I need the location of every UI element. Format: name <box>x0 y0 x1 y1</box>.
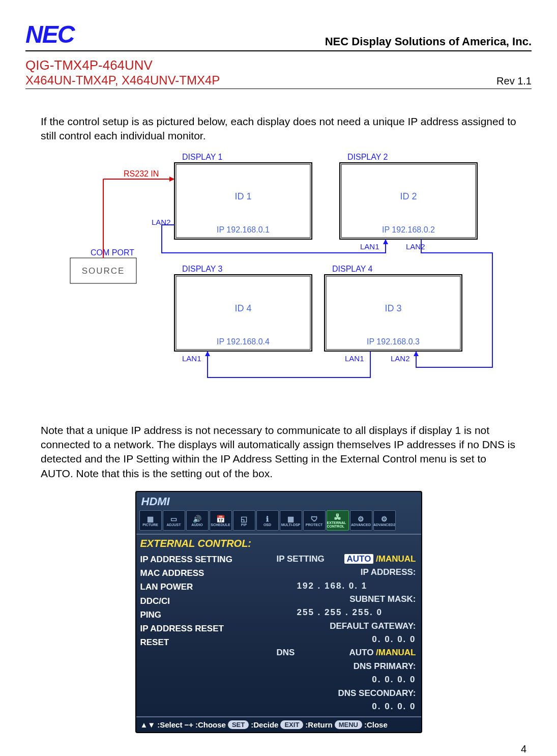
svg-marker-13 <box>414 351 419 356</box>
source-label: SOURCE <box>81 266 125 276</box>
osd-item-lan-power[interactable]: LAN POWER <box>140 580 268 594</box>
osd-item-ip-address-setting[interactable]: IP ADDRESS SETTING <box>140 553 268 566</box>
osd-menu: HDMI ▦PICTURE ▭ADJUST 🔊AUDIO 📅SCHEDULE ◱… <box>135 491 422 733</box>
osd-input-label: HDMI <box>136 492 421 509</box>
display1-title: DISPLAY 1 <box>182 154 223 161</box>
display2-id: ID 2 <box>400 191 417 201</box>
display3-lan1: LAN1 <box>182 354 201 363</box>
dns-label: DNS <box>277 646 295 659</box>
display2-lan1: LAN1 <box>360 242 379 251</box>
display2-title: DISPLAY 2 <box>347 154 388 161</box>
set-button[interactable]: SET <box>228 720 249 729</box>
osd-left-menu: IP ADDRESS SETTING MAC ADDRESS LAN POWER… <box>136 549 272 716</box>
osd-tab-advanced1[interactable]: ⚙ADVANCED <box>350 510 372 531</box>
osd-item-ping[interactable]: PING <box>140 608 268 622</box>
subnet-value: 255 . 255 . 255. 0 <box>277 606 416 619</box>
page-header: NEC NEC Display Solutions of America, In… <box>25 20 532 51</box>
ip-setting-manual[interactable]: MANUAL <box>378 554 416 564</box>
exit-button[interactable]: EXIT <box>280 720 303 729</box>
gateway-label: DEFAULT GATEWAY: <box>277 620 416 633</box>
menu-button[interactable]: MENU <box>335 720 362 729</box>
rs232-label: RS232 IN <box>124 169 159 178</box>
updown-icon: ▲▼ <box>140 720 156 729</box>
dns-primary-value: 0. 0. 0. 0 <box>277 673 416 686</box>
foot-decide: :Decide <box>251 720 278 729</box>
display2-lan2: LAN2 <box>406 242 425 251</box>
foot-choose: :Choose <box>195 720 226 729</box>
display3-title: DISPLAY 3 <box>182 265 223 273</box>
display4-id: ID 3 <box>385 303 401 313</box>
display1-ip: IP 192.168.0.1 <box>217 225 270 234</box>
ip-address-label: IP ADDRESS: <box>277 566 416 579</box>
osd-item-mac-address[interactable]: MAC ADDRESS <box>140 566 268 580</box>
foot-select: :Select <box>157 720 182 729</box>
display2-ip: IP 192.168.0.2 <box>382 225 435 234</box>
gateway-value: 0. 0. 0. 0 <box>277 633 416 646</box>
doc-subtitle: X464UN-TMX4P, X464UNV-TMX4P <box>25 73 220 88</box>
com-port-label: COM PORT <box>91 248 134 257</box>
page-number: 4 <box>25 743 532 755</box>
foot-close: :Close <box>364 720 388 729</box>
doc-subtitle-row: X464UN-TMX4P, X464UNV-TMX4P Rev 1.1 <box>25 73 532 89</box>
svg-marker-3 <box>169 177 174 182</box>
nec-logo: NEC <box>25 20 74 48</box>
subnet-label: SUBNET MASK: <box>277 593 416 606</box>
dns-manual[interactable]: MANUAL <box>378 648 416 657</box>
osd-tab-osd[interactable]: ℹOSD <box>256 510 279 531</box>
osd-tab-multidsp[interactable]: ▦MULTI-DSP <box>280 510 302 531</box>
osd-tab-pip[interactable]: ◱PIP <box>233 510 255 531</box>
dns-auto[interactable]: AUTO <box>349 648 374 657</box>
doc-title: QIG-TMX4P-464UNV <box>25 57 532 73</box>
osd-footer: ▲▼:Select −+:Choose SET:Decide EXIT:Retu… <box>136 716 421 732</box>
osd-tab-schedule[interactable]: 📅SCHEDULE <box>210 510 232 531</box>
osd-tab-picture[interactable]: ▦PICTURE <box>139 510 162 531</box>
display4-lan1: LAN1 <box>345 354 364 363</box>
osd-item-ip-address-reset[interactable]: IP ADDRESS RESET <box>140 622 268 635</box>
revision-label: Rev 1.1 <box>496 75 532 87</box>
ip-address-value: 192 . 168. 0. 1 <box>277 579 416 593</box>
connection-diagram: COM PORT SOURCE RS232 IN DISPLAY 1 ID 1 … <box>50 154 508 398</box>
paragraph-2: Note that a unique IP address is not nec… <box>41 423 516 481</box>
osd-tab-external-control[interactable]: 🖧EXTERNAL CONTROL <box>327 510 349 531</box>
svg-marker-12 <box>383 239 388 244</box>
display4-title: DISPLAY 4 <box>332 265 373 273</box>
osd-item-reset[interactable]: RESET <box>140 635 268 649</box>
dns-secondary-value: 0. 0. 0. 0 <box>277 700 416 713</box>
osd-right-panel: IP SETTING AUTO /MANUAL IP ADDRESS: 192 … <box>272 549 421 716</box>
osd-tab-audio[interactable]: 🔊AUDIO <box>186 510 209 531</box>
display1-id: ID 1 <box>234 191 251 201</box>
dns-secondary-label: DNS SECONDARY: <box>277 687 416 700</box>
svg-marker-14 <box>205 351 210 356</box>
ip-setting-auto[interactable]: AUTO <box>344 554 374 564</box>
display4-ip: IP 192.168.0.3 <box>367 337 420 346</box>
osd-item-ddc-ci[interactable]: DDC/CI <box>140 594 268 608</box>
display3-id: ID 4 <box>234 303 251 313</box>
osd-tab-protect[interactable]: 🛡PROTECT <box>303 510 326 531</box>
display4-lan2: LAN2 <box>391 354 410 363</box>
foot-return: :Return <box>305 720 332 729</box>
ip-setting-label: IP SETTING <box>277 553 325 566</box>
osd-tab-advanced2[interactable]: ⚙ADVANCED2 <box>373 510 396 531</box>
plusminus-icon: −+ <box>184 720 193 729</box>
company-name: NEC Display Solutions of America, Inc. <box>325 35 532 48</box>
osd-icon-row: ▦PICTURE ▭ADJUST 🔊AUDIO 📅SCHEDULE ◱PIP ℹ… <box>136 509 421 535</box>
dns-primary-label: DNS PRIMARY: <box>277 660 416 673</box>
osd-tab-adjust[interactable]: ▭ADJUST <box>163 510 185 531</box>
osd-section-title: EXTERNAL CONTROL: <box>136 535 421 549</box>
paragraph-1: If the control setup is as pictured belo… <box>41 114 516 143</box>
display3-ip: IP 192.168.0.4 <box>217 337 270 346</box>
